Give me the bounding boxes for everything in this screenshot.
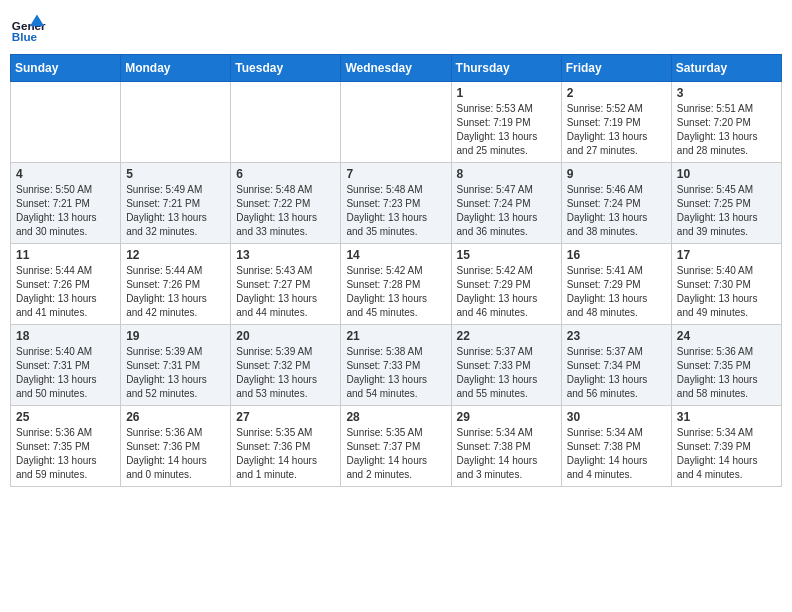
header-monday: Monday (121, 55, 231, 82)
header-wednesday: Wednesday (341, 55, 451, 82)
day-info: Sunrise: 5:34 AMSunset: 7:39 PMDaylight:… (677, 426, 776, 482)
day-info: Sunrise: 5:40 AMSunset: 7:30 PMDaylight:… (677, 264, 776, 320)
day-info: Sunrise: 5:45 AMSunset: 7:25 PMDaylight:… (677, 183, 776, 239)
calendar-cell (11, 82, 121, 163)
calendar-cell: 8Sunrise: 5:47 AMSunset: 7:24 PMDaylight… (451, 163, 561, 244)
day-number: 24 (677, 329, 776, 343)
day-number: 5 (126, 167, 225, 181)
calendar-cell: 6Sunrise: 5:48 AMSunset: 7:22 PMDaylight… (231, 163, 341, 244)
day-info: Sunrise: 5:46 AMSunset: 7:24 PMDaylight:… (567, 183, 666, 239)
logo-icon: General Blue (10, 10, 46, 46)
day-info: Sunrise: 5:51 AMSunset: 7:20 PMDaylight:… (677, 102, 776, 158)
header-friday: Friday (561, 55, 671, 82)
calendar-week-2: 4Sunrise: 5:50 AMSunset: 7:21 PMDaylight… (11, 163, 782, 244)
day-number: 1 (457, 86, 556, 100)
calendar-cell: 5Sunrise: 5:49 AMSunset: 7:21 PMDaylight… (121, 163, 231, 244)
day-number: 11 (16, 248, 115, 262)
calendar-cell: 13Sunrise: 5:43 AMSunset: 7:27 PMDayligh… (231, 244, 341, 325)
calendar-cell: 12Sunrise: 5:44 AMSunset: 7:26 PMDayligh… (121, 244, 231, 325)
day-info: Sunrise: 5:39 AMSunset: 7:31 PMDaylight:… (126, 345, 225, 401)
day-info: Sunrise: 5:42 AMSunset: 7:29 PMDaylight:… (457, 264, 556, 320)
calendar-cell: 28Sunrise: 5:35 AMSunset: 7:37 PMDayligh… (341, 406, 451, 487)
day-number: 3 (677, 86, 776, 100)
day-info: Sunrise: 5:40 AMSunset: 7:31 PMDaylight:… (16, 345, 115, 401)
day-info: Sunrise: 5:36 AMSunset: 7:35 PMDaylight:… (16, 426, 115, 482)
day-number: 22 (457, 329, 556, 343)
calendar-cell: 29Sunrise: 5:34 AMSunset: 7:38 PMDayligh… (451, 406, 561, 487)
day-number: 27 (236, 410, 335, 424)
calendar-cell: 7Sunrise: 5:48 AMSunset: 7:23 PMDaylight… (341, 163, 451, 244)
calendar-cell: 24Sunrise: 5:36 AMSunset: 7:35 PMDayligh… (671, 325, 781, 406)
calendar-cell: 15Sunrise: 5:42 AMSunset: 7:29 PMDayligh… (451, 244, 561, 325)
day-number: 4 (16, 167, 115, 181)
calendar-cell: 27Sunrise: 5:35 AMSunset: 7:36 PMDayligh… (231, 406, 341, 487)
day-info: Sunrise: 5:49 AMSunset: 7:21 PMDaylight:… (126, 183, 225, 239)
calendar-cell: 22Sunrise: 5:37 AMSunset: 7:33 PMDayligh… (451, 325, 561, 406)
calendar-week-4: 18Sunrise: 5:40 AMSunset: 7:31 PMDayligh… (11, 325, 782, 406)
calendar-table: SundayMondayTuesdayWednesdayThursdayFrid… (10, 54, 782, 487)
day-info: Sunrise: 5:52 AMSunset: 7:19 PMDaylight:… (567, 102, 666, 158)
calendar-cell: 14Sunrise: 5:42 AMSunset: 7:28 PMDayligh… (341, 244, 451, 325)
calendar-cell: 1Sunrise: 5:53 AMSunset: 7:19 PMDaylight… (451, 82, 561, 163)
day-info: Sunrise: 5:41 AMSunset: 7:29 PMDaylight:… (567, 264, 666, 320)
day-number: 31 (677, 410, 776, 424)
day-info: Sunrise: 5:36 AMSunset: 7:36 PMDaylight:… (126, 426, 225, 482)
svg-text:Blue: Blue (12, 30, 38, 43)
day-number: 19 (126, 329, 225, 343)
day-number: 29 (457, 410, 556, 424)
calendar-cell: 30Sunrise: 5:34 AMSunset: 7:38 PMDayligh… (561, 406, 671, 487)
header-tuesday: Tuesday (231, 55, 341, 82)
day-number: 14 (346, 248, 445, 262)
day-info: Sunrise: 5:53 AMSunset: 7:19 PMDaylight:… (457, 102, 556, 158)
day-info: Sunrise: 5:44 AMSunset: 7:26 PMDaylight:… (16, 264, 115, 320)
calendar-week-5: 25Sunrise: 5:36 AMSunset: 7:35 PMDayligh… (11, 406, 782, 487)
calendar-cell (341, 82, 451, 163)
calendar-cell: 18Sunrise: 5:40 AMSunset: 7:31 PMDayligh… (11, 325, 121, 406)
logo: General Blue (10, 10, 46, 46)
calendar-cell: 2Sunrise: 5:52 AMSunset: 7:19 PMDaylight… (561, 82, 671, 163)
calendar-cell (121, 82, 231, 163)
day-info: Sunrise: 5:44 AMSunset: 7:26 PMDaylight:… (126, 264, 225, 320)
day-info: Sunrise: 5:42 AMSunset: 7:28 PMDaylight:… (346, 264, 445, 320)
day-number: 20 (236, 329, 335, 343)
calendar-cell: 16Sunrise: 5:41 AMSunset: 7:29 PMDayligh… (561, 244, 671, 325)
day-number: 28 (346, 410, 445, 424)
calendar-cell: 4Sunrise: 5:50 AMSunset: 7:21 PMDaylight… (11, 163, 121, 244)
calendar-cell: 11Sunrise: 5:44 AMSunset: 7:26 PMDayligh… (11, 244, 121, 325)
day-number: 23 (567, 329, 666, 343)
header-sunday: Sunday (11, 55, 121, 82)
calendar-cell: 26Sunrise: 5:36 AMSunset: 7:36 PMDayligh… (121, 406, 231, 487)
day-number: 13 (236, 248, 335, 262)
day-info: Sunrise: 5:36 AMSunset: 7:35 PMDaylight:… (677, 345, 776, 401)
day-number: 30 (567, 410, 666, 424)
calendar-cell: 25Sunrise: 5:36 AMSunset: 7:35 PMDayligh… (11, 406, 121, 487)
day-number: 8 (457, 167, 556, 181)
day-number: 17 (677, 248, 776, 262)
day-info: Sunrise: 5:35 AMSunset: 7:37 PMDaylight:… (346, 426, 445, 482)
day-number: 6 (236, 167, 335, 181)
header-thursday: Thursday (451, 55, 561, 82)
day-info: Sunrise: 5:34 AMSunset: 7:38 PMDaylight:… (457, 426, 556, 482)
day-info: Sunrise: 5:38 AMSunset: 7:33 PMDaylight:… (346, 345, 445, 401)
day-info: Sunrise: 5:47 AMSunset: 7:24 PMDaylight:… (457, 183, 556, 239)
calendar-cell: 19Sunrise: 5:39 AMSunset: 7:31 PMDayligh… (121, 325, 231, 406)
calendar-cell: 10Sunrise: 5:45 AMSunset: 7:25 PMDayligh… (671, 163, 781, 244)
day-info: Sunrise: 5:50 AMSunset: 7:21 PMDaylight:… (16, 183, 115, 239)
day-number: 16 (567, 248, 666, 262)
calendar-header-row: SundayMondayTuesdayWednesdayThursdayFrid… (11, 55, 782, 82)
calendar-week-1: 1Sunrise: 5:53 AMSunset: 7:19 PMDaylight… (11, 82, 782, 163)
header-saturday: Saturday (671, 55, 781, 82)
day-number: 15 (457, 248, 556, 262)
calendar-cell: 31Sunrise: 5:34 AMSunset: 7:39 PMDayligh… (671, 406, 781, 487)
day-number: 2 (567, 86, 666, 100)
calendar-cell: 20Sunrise: 5:39 AMSunset: 7:32 PMDayligh… (231, 325, 341, 406)
calendar-cell: 21Sunrise: 5:38 AMSunset: 7:33 PMDayligh… (341, 325, 451, 406)
calendar-cell: 9Sunrise: 5:46 AMSunset: 7:24 PMDaylight… (561, 163, 671, 244)
day-info: Sunrise: 5:39 AMSunset: 7:32 PMDaylight:… (236, 345, 335, 401)
day-info: Sunrise: 5:37 AMSunset: 7:34 PMDaylight:… (567, 345, 666, 401)
day-info: Sunrise: 5:48 AMSunset: 7:22 PMDaylight:… (236, 183, 335, 239)
day-number: 21 (346, 329, 445, 343)
day-number: 26 (126, 410, 225, 424)
day-number: 18 (16, 329, 115, 343)
day-info: Sunrise: 5:35 AMSunset: 7:36 PMDaylight:… (236, 426, 335, 482)
